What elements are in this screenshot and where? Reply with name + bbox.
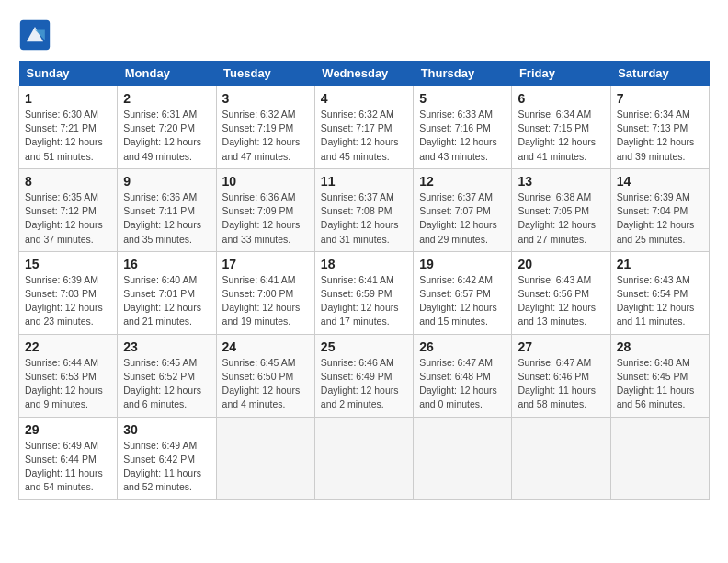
day-info: Sunrise: 6:38 AM Sunset: 7:05 PM Dayligh… [518,190,604,247]
day-number: 9 [123,174,210,189]
day-number: 22 [25,339,111,354]
day-info: Sunrise: 6:49 AM Sunset: 6:42 PM Dayligh… [123,439,210,495]
day-cell-29: 29 Sunrise: 6:49 AM Sunset: 6:44 PM Dayl… [19,417,118,500]
logo-icon [18,18,51,52]
day-number: 16 [123,257,210,271]
day-cell-10: 10 Sunrise: 6:36 AM Sunset: 7:09 PM Dayl… [216,168,314,251]
day-cell-3: 3 Sunrise: 6:32 AM Sunset: 7:19 PM Dayli… [216,86,314,169]
day-cell-14: 14 Sunrise: 6:39 AM Sunset: 7:04 PM Dayl… [610,168,709,251]
day-info: Sunrise: 6:33 AM Sunset: 7:16 PM Dayligh… [419,108,506,164]
day-number: 14 [617,174,703,189]
day-info: Sunrise: 6:43 AM Sunset: 6:54 PM Dayligh… [617,273,703,329]
day-cell-13: 13 Sunrise: 6:38 AM Sunset: 7:05 PM Dayl… [512,168,610,251]
day-info: Sunrise: 6:37 AM Sunset: 7:07 PM Dayligh… [419,190,506,247]
day-number: 10 [222,174,309,189]
day-cell-8: 8 Sunrise: 6:35 AM Sunset: 7:12 PM Dayli… [19,168,118,251]
day-info: Sunrise: 6:46 AM Sunset: 6:49 PM Dayligh… [321,356,407,412]
day-cell-empty [512,417,610,500]
day-cell-17: 17 Sunrise: 6:41 AM Sunset: 7:00 PM Dayl… [216,251,314,334]
day-cell-15: 15 Sunrise: 6:39 AM Sunset: 7:03 PM Dayl… [19,251,118,334]
day-number: 26 [419,339,506,354]
day-info: Sunrise: 6:35 AM Sunset: 7:12 PM Dayligh… [25,190,111,247]
weekday-header-row: Sunday Monday Tuesday Wednesday Thursday… [19,61,710,86]
day-info: Sunrise: 6:42 AM Sunset: 6:57 PM Dayligh… [419,273,506,329]
day-info: Sunrise: 6:39 AM Sunset: 7:03 PM Dayligh… [25,273,111,329]
day-cell-empty [216,417,314,500]
calendar-table: Sunday Monday Tuesday Wednesday Thursday… [18,61,710,500]
day-cell-27: 27 Sunrise: 6:47 AM Sunset: 6:46 PM Dayl… [512,334,610,417]
day-number: 12 [419,174,506,189]
week-row-4: 22 Sunrise: 6:44 AM Sunset: 6:53 PM Dayl… [19,334,710,417]
header-friday: Friday [512,61,610,86]
week-row-1: 1 Sunrise: 6:30 AM Sunset: 7:21 PM Dayli… [19,86,710,169]
day-number: 5 [419,91,506,106]
header-wednesday: Wednesday [314,61,413,86]
day-cell-7: 7 Sunrise: 6:34 AM Sunset: 7:13 PM Dayli… [610,86,709,169]
header-tuesday: Tuesday [216,61,314,86]
day-cell-28: 28 Sunrise: 6:48 AM Sunset: 6:45 PM Dayl… [610,334,709,417]
day-number: 15 [25,257,111,271]
header-saturday: Saturday [610,61,709,86]
day-cell-19: 19 Sunrise: 6:42 AM Sunset: 6:57 PM Dayl… [414,251,512,334]
day-cell-5: 5 Sunrise: 6:33 AM Sunset: 7:16 PM Dayli… [414,86,512,169]
day-number: 1 [25,91,111,106]
day-info: Sunrise: 6:31 AM Sunset: 7:20 PM Dayligh… [123,108,210,164]
day-cell-16: 16 Sunrise: 6:40 AM Sunset: 7:01 PM Dayl… [118,251,216,334]
day-cell-18: 18 Sunrise: 6:41 AM Sunset: 6:59 PM Dayl… [314,251,413,334]
day-cell-21: 21 Sunrise: 6:43 AM Sunset: 6:54 PM Dayl… [610,251,709,334]
week-row-2: 8 Sunrise: 6:35 AM Sunset: 7:12 PM Dayli… [19,168,710,251]
day-info: Sunrise: 6:32 AM Sunset: 7:17 PM Dayligh… [321,108,407,164]
day-info: Sunrise: 6:34 AM Sunset: 7:15 PM Dayligh… [518,108,604,164]
week-row-3: 15 Sunrise: 6:39 AM Sunset: 7:03 PM Dayl… [19,251,710,334]
day-number: 29 [25,422,111,437]
day-number: 13 [518,174,604,189]
day-cell-25: 25 Sunrise: 6:46 AM Sunset: 6:49 PM Dayl… [314,334,413,417]
day-number: 19 [419,257,506,271]
day-info: Sunrise: 6:36 AM Sunset: 7:11 PM Dayligh… [123,190,210,247]
day-info: Sunrise: 6:45 AM Sunset: 6:50 PM Dayligh… [222,356,309,412]
day-info: Sunrise: 6:47 AM Sunset: 6:48 PM Dayligh… [419,356,506,412]
day-cell-6: 6 Sunrise: 6:34 AM Sunset: 7:15 PM Dayli… [512,86,610,169]
day-cell-30: 30 Sunrise: 6:49 AM Sunset: 6:42 PM Dayl… [118,417,216,500]
day-cell-20: 20 Sunrise: 6:43 AM Sunset: 6:56 PM Dayl… [512,251,610,334]
day-info: Sunrise: 6:47 AM Sunset: 6:46 PM Dayligh… [518,356,604,412]
day-info: Sunrise: 6:41 AM Sunset: 7:00 PM Dayligh… [222,273,309,329]
day-info: Sunrise: 6:49 AM Sunset: 6:44 PM Dayligh… [25,439,111,495]
day-cell-24: 24 Sunrise: 6:45 AM Sunset: 6:50 PM Dayl… [216,334,314,417]
day-number: 6 [518,91,604,106]
day-cell-9: 9 Sunrise: 6:36 AM Sunset: 7:11 PM Dayli… [118,168,216,251]
day-cell-23: 23 Sunrise: 6:45 AM Sunset: 6:52 PM Dayl… [118,334,216,417]
day-info: Sunrise: 6:43 AM Sunset: 6:56 PM Dayligh… [518,273,604,329]
day-info: Sunrise: 6:34 AM Sunset: 7:13 PM Dayligh… [617,108,703,164]
day-cell-empty [414,417,512,500]
header-monday: Monday [118,61,216,86]
day-info: Sunrise: 6:37 AM Sunset: 7:08 PM Dayligh… [321,190,407,247]
day-number: 17 [222,257,309,271]
day-number: 3 [222,91,309,106]
day-cell-2: 2 Sunrise: 6:31 AM Sunset: 7:20 PM Dayli… [118,86,216,169]
day-info: Sunrise: 6:48 AM Sunset: 6:45 PM Dayligh… [617,356,703,412]
header-sunday: Sunday [19,61,118,86]
day-cell-1: 1 Sunrise: 6:30 AM Sunset: 7:21 PM Dayli… [19,86,118,169]
day-number: 30 [123,422,210,437]
day-info: Sunrise: 6:40 AM Sunset: 7:01 PM Dayligh… [123,273,210,329]
day-info: Sunrise: 6:39 AM Sunset: 7:04 PM Dayligh… [617,190,703,247]
day-cell-22: 22 Sunrise: 6:44 AM Sunset: 6:53 PM Dayl… [19,334,118,417]
day-number: 27 [518,339,604,354]
day-info: Sunrise: 6:45 AM Sunset: 6:52 PM Dayligh… [123,356,210,412]
day-info: Sunrise: 6:44 AM Sunset: 6:53 PM Dayligh… [25,356,111,412]
day-number: 11 [321,174,407,189]
page-header [18,18,710,52]
day-cell-empty [610,417,709,500]
logo [18,18,57,52]
day-cell-12: 12 Sunrise: 6:37 AM Sunset: 7:07 PM Dayl… [414,168,512,251]
day-number: 4 [321,91,407,106]
day-number: 24 [222,339,309,354]
week-row-5: 29 Sunrise: 6:49 AM Sunset: 6:44 PM Dayl… [19,417,710,500]
day-number: 21 [617,257,703,271]
day-number: 7 [617,91,703,106]
day-number: 25 [321,339,407,354]
day-cell-empty [314,417,413,500]
day-info: Sunrise: 6:32 AM Sunset: 7:19 PM Dayligh… [222,108,309,164]
day-number: 20 [518,257,604,271]
